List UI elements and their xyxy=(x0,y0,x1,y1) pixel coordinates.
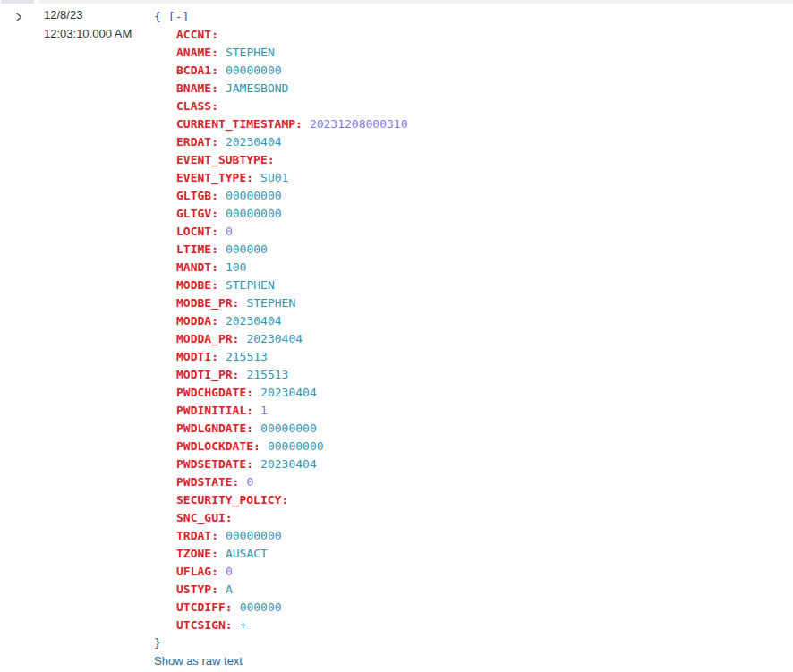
json-value[interactable]: 20230404 xyxy=(226,135,282,149)
json-value[interactable]: 1 xyxy=(260,404,268,417)
json-key[interactable]: ANAME: xyxy=(176,46,218,59)
json-key[interactable]: PWDSETDATE: xyxy=(176,457,253,471)
json-field-row: LTIME:000000 xyxy=(154,241,407,259)
json-key[interactable]: MODDA: xyxy=(176,314,218,327)
expand-event-chevron-icon[interactable] xyxy=(13,10,24,21)
event-time: 12:03:10.000 AM xyxy=(44,24,132,43)
json-value[interactable]: 20230404 xyxy=(260,457,317,471)
json-value[interactable]: AUSACT xyxy=(226,547,268,560)
json-key[interactable]: ERDAT: xyxy=(176,135,218,149)
json-collapse-toggle[interactable]: [-] xyxy=(168,10,189,23)
json-field-row: UTCSIGN:+ xyxy=(154,617,407,634)
event-timestamp: 12/8/23 12:03:10.000 AM xyxy=(44,5,132,43)
event-row: 12/8/23 12:03:10.000 AM {[-] ACCNT:ANAME… xyxy=(0,0,793,672)
json-value[interactable]: SU01 xyxy=(260,171,288,184)
json-key[interactable]: EVENT_SUBTYPE: xyxy=(176,153,275,166)
json-key[interactable]: MODTI: xyxy=(176,350,218,363)
json-key[interactable]: MODDA_PR: xyxy=(176,332,239,345)
json-key[interactable]: TZONE: xyxy=(176,547,218,560)
json-field-row: MODTI_PR:215513 xyxy=(154,366,407,384)
json-key[interactable]: LTIME: xyxy=(176,242,218,256)
json-key[interactable]: MODTI_PR: xyxy=(176,368,239,381)
show-raw-text-link[interactable]: Show as raw text xyxy=(154,652,243,670)
json-key[interactable]: LOCNT: xyxy=(176,225,218,238)
json-value[interactable]: 20230404 xyxy=(226,314,282,327)
json-field-row: PWDSETDATE:20230404 xyxy=(154,455,407,473)
json-key[interactable]: GLTGB: xyxy=(176,189,218,202)
json-key[interactable]: CLASS: xyxy=(176,99,218,113)
json-field-row: PWDLOCKDATE:00000000 xyxy=(154,438,407,455)
json-close-line: } xyxy=(154,634,407,652)
json-key[interactable]: PWDSTATE: xyxy=(176,475,239,489)
json-value[interactable]: 0 xyxy=(226,225,233,238)
json-key[interactable]: EVENT_TYPE: xyxy=(176,171,253,184)
event-json-viewer: {[-] ACCNT:ANAME:STEPHENBCDA1:00000000BN… xyxy=(154,8,407,670)
json-key[interactable]: PWDCHGDATE: xyxy=(176,386,253,399)
json-field-row: ACCNT: xyxy=(154,26,407,44)
json-value[interactable]: JAMESBOND xyxy=(226,81,288,95)
event-date: 12/8/23 xyxy=(44,5,132,24)
json-value[interactable]: STEPHEN xyxy=(226,278,275,292)
json-key[interactable]: UFLAG: xyxy=(176,565,218,578)
json-value[interactable]: 20231208000310 xyxy=(310,117,408,131)
json-field-row: TRDAT:00000000 xyxy=(154,527,407,545)
json-field-row: MODDA:20230404 xyxy=(154,312,407,330)
json-value[interactable]: + xyxy=(240,618,247,632)
json-key[interactable]: USTYP: xyxy=(176,583,218,596)
json-value[interactable]: 00000000 xyxy=(260,421,317,435)
json-key[interactable]: PWDINITIAL: xyxy=(176,404,253,417)
json-field-row: UFLAG:0 xyxy=(154,563,407,581)
json-field-row: CLASS: xyxy=(154,98,407,115)
json-key[interactable]: GLTGV: xyxy=(176,207,218,220)
json-fields: ACCNT:ANAME:STEPHENBCDA1:00000000BNAME:J… xyxy=(154,26,407,634)
json-value[interactable]: STEPHEN xyxy=(246,296,295,310)
json-field-row: LOCNT:0 xyxy=(154,223,407,241)
json-value[interactable]: 00000000 xyxy=(226,207,282,220)
json-value[interactable]: 20230404 xyxy=(260,386,317,399)
json-key[interactable]: UTCDIFF: xyxy=(176,600,233,614)
json-key[interactable]: CURRENT_TIMESTAMP: xyxy=(176,117,303,131)
json-field-row: MODBE_PR:STEPHEN xyxy=(154,294,407,312)
json-key[interactable]: ACCNT: xyxy=(176,28,218,41)
json-field-row: GLTGV:00000000 xyxy=(154,205,407,223)
json-value[interactable]: 000000 xyxy=(226,242,268,256)
json-field-row: BNAME:JAMESBOND xyxy=(154,80,407,98)
json-key[interactable]: BNAME: xyxy=(176,81,218,95)
table-header-border-right xyxy=(39,0,793,4)
json-value[interactable]: A xyxy=(226,583,233,596)
json-field-row: SECURITY_POLICY: xyxy=(154,491,407,509)
json-field-row: UTCDIFF:000000 xyxy=(154,599,407,617)
json-field-row: PWDCHGDATE:20230404 xyxy=(154,384,407,402)
json-value[interactable]: 00000000 xyxy=(226,64,282,77)
json-value[interactable]: 00000000 xyxy=(226,529,282,542)
table-header-border-left xyxy=(1,0,34,4)
json-field-row: TZONE:AUSACT xyxy=(154,545,407,563)
json-field-row: MANDT:100 xyxy=(154,259,407,276)
json-key[interactable]: MODBE: xyxy=(176,278,218,292)
json-field-row: SNC_GUI: xyxy=(154,509,407,527)
json-field-row: MODBE:STEPHEN xyxy=(154,276,407,294)
json-key[interactable]: MANDT: xyxy=(176,260,218,274)
json-value[interactable]: 0 xyxy=(246,475,253,489)
json-field-row: EVENT_SUBTYPE: xyxy=(154,151,407,169)
json-value[interactable]: 100 xyxy=(226,260,246,274)
json-value[interactable]: 0 xyxy=(226,565,233,578)
json-value[interactable]: 000000 xyxy=(240,600,282,614)
json-key[interactable]: PWDLOCKDATE: xyxy=(176,439,260,453)
json-key[interactable]: SECURITY_POLICY: xyxy=(176,493,288,506)
json-value[interactable]: STEPHEN xyxy=(226,46,275,59)
json-value[interactable]: 00000000 xyxy=(226,189,282,202)
json-field-row: MODTI:215513 xyxy=(154,348,407,366)
json-key[interactable]: TRDAT: xyxy=(176,529,218,542)
json-key[interactable]: PWDLGNDATE: xyxy=(176,421,253,435)
json-value[interactable]: 20230404 xyxy=(246,332,303,345)
json-value[interactable]: 215513 xyxy=(246,368,288,381)
json-key[interactable]: SNC_GUI: xyxy=(176,511,233,524)
json-key[interactable]: MODBE_PR: xyxy=(176,296,239,310)
json-key[interactable]: BCDA1: xyxy=(176,64,218,77)
json-field-row: PWDLGNDATE:00000000 xyxy=(154,420,407,438)
json-value[interactable]: 215513 xyxy=(226,350,268,363)
json-key[interactable]: UTCSIGN: xyxy=(176,618,233,632)
json-value[interactable]: 00000000 xyxy=(268,439,324,453)
json-close-brace: } xyxy=(154,636,161,650)
